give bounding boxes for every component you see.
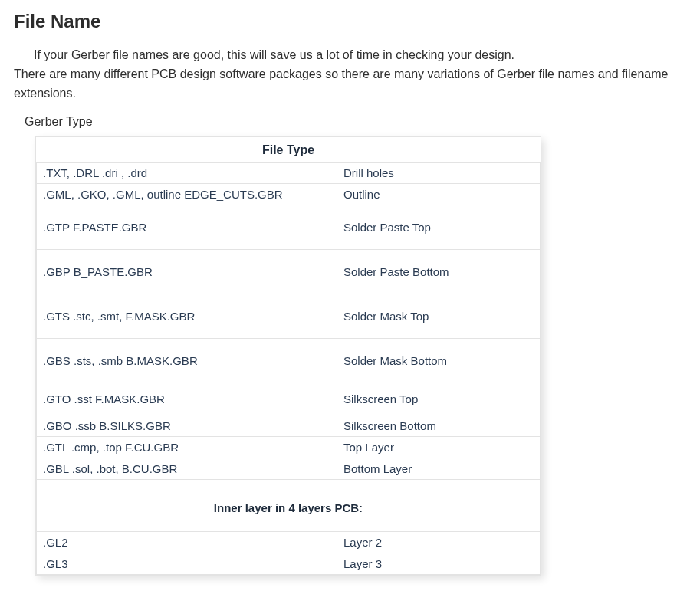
table-row: .GL3 Layer 3	[37, 553, 541, 575]
ext-cell: .GML, .GKO, .GML, outline EDGE_CUTS.GBR	[37, 184, 337, 205]
ext-cell: .GTL .cmp, .top F.CU.GBR	[37, 437, 337, 458]
ext-cell: .GTO .sst F.MASK.GBR	[37, 383, 337, 415]
table-row: .GL2 Layer 2	[37, 532, 541, 553]
ext-cell: .TXT, .DRL .dri , .drd	[37, 163, 337, 184]
intro-paragraph-2: There are many different PCB design soft…	[14, 65, 686, 103]
ext-cell: .GTP F.PASTE.GBR	[37, 205, 337, 250]
ext-cell: .GBS .sts, .smb B.MASK.GBR	[37, 339, 337, 383]
file-type-table-container: File Type .TXT, .DRL .dri , .drd Drill h…	[35, 136, 541, 576]
desc-cell: Layer 2	[337, 532, 541, 553]
desc-cell: Solder Paste Bottom	[337, 250, 541, 294]
gerber-type-subhead: Gerber Type	[14, 115, 686, 129]
desc-cell: Top Layer	[337, 437, 541, 458]
desc-cell: Solder Mask Bottom	[337, 339, 541, 383]
ext-cell: .GL3	[37, 553, 337, 575]
table-row: .GTL .cmp, .top F.CU.GBR Top Layer	[37, 437, 541, 458]
inner-layer-heading-row: Inner layer in 4 layers PCB:	[37, 480, 541, 532]
desc-cell: Solder Mask Top	[337, 294, 541, 339]
ext-cell: .GBO .ssb B.SILKS.GBR	[37, 415, 337, 437]
ext-cell: .GTS .stc, .smt, F.MASK.GBR	[37, 294, 337, 339]
table-row: .GBO .ssb B.SILKS.GBR Silkscreen Bottom	[37, 415, 541, 437]
desc-cell: Silkscreen Bottom	[337, 415, 541, 437]
page-title: File Name	[14, 11, 686, 32]
table-row: .GBP B_PASTE.GBR Solder Paste Bottom	[37, 250, 541, 294]
desc-cell: Silkscreen Top	[337, 383, 541, 415]
desc-cell: Drill holes	[337, 163, 541, 184]
desc-cell: Layer 3	[337, 553, 541, 575]
table-row: .GML, .GKO, .GML, outline EDGE_CUTS.GBR …	[37, 184, 541, 205]
table-row: .GBS .sts, .smb B.MASK.GBR Solder Mask B…	[37, 339, 541, 383]
desc-cell: Outline	[337, 184, 541, 205]
table-row: .GBL .sol, .bot, B.CU.GBR Bottom Layer	[37, 458, 541, 480]
inner-layer-heading: Inner layer in 4 layers PCB:	[37, 480, 541, 532]
table-row: .GTP F.PASTE.GBR Solder Paste Top	[37, 205, 541, 250]
intro-paragraph-1: If your Gerber file names are good, this…	[14, 46, 686, 65]
ext-cell: .GL2	[37, 532, 337, 553]
desc-cell: Solder Paste Top	[337, 205, 541, 250]
table-row: .GTS .stc, .smt, F.MASK.GBR Solder Mask …	[37, 294, 541, 339]
table-row: .TXT, .DRL .dri , .drd Drill holes	[37, 163, 541, 184]
ext-cell: .GBP B_PASTE.GBR	[37, 250, 337, 294]
desc-cell: Bottom Layer	[337, 458, 541, 480]
ext-cell: .GBL .sol, .bot, B.CU.GBR	[37, 458, 337, 480]
table-header: File Type	[36, 137, 541, 162]
file-type-table: .TXT, .DRL .dri , .drd Drill holes .GML,…	[36, 162, 541, 575]
table-row: .GTO .sst F.MASK.GBR Silkscreen Top	[37, 383, 541, 415]
